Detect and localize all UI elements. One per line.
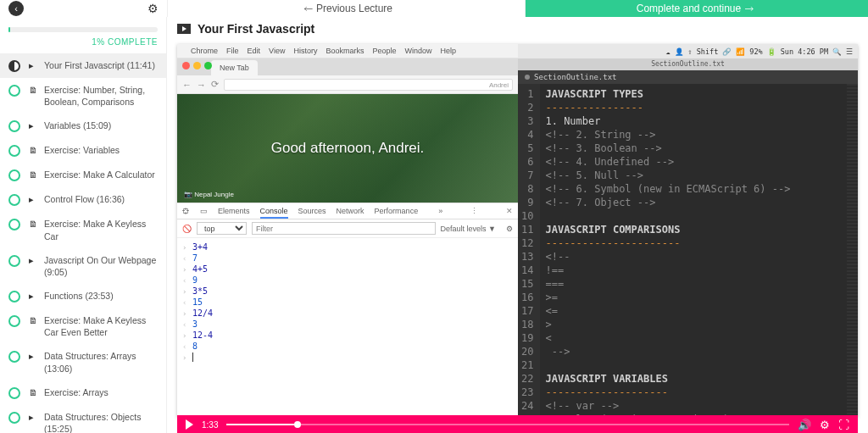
code-line: 1. Number [545,114,790,128]
minimize-window-icon[interactable] [193,62,201,69]
dirty-dot-icon [525,75,530,80]
sidebar-item-12[interactable]: ▸Data Structures: Objects (15:25) [0,405,166,433]
lesson-status-icon [8,315,20,327]
sidebar-item-0[interactable]: ▸Your First Javascript (11:41) [0,53,166,78]
volume-icon[interactable]: 🔊 [798,419,811,431]
sidebar-item-3[interactable]: 🗎Exercise: Variables [0,138,166,163]
next-label: Complete and continue [637,3,741,14]
console-output[interactable]: 3+474+593*51512/4312-48 [177,238,518,417]
devtools-tab-performance[interactable]: Performance [375,207,419,215]
document-icon: 🗎 [29,218,39,230]
lesson-label: Control Flow (16:36) [44,193,158,205]
code-line: > [545,318,790,331]
sidebar-item-7[interactable]: ▸Javascript On Our Webpage (9:05) [0,248,166,284]
devtools-menu-icon[interactable]: ⋮ [470,207,478,215]
address-bar[interactable]: Andrei [224,79,513,91]
console-line: 3*5 [177,286,518,297]
window-controls[interactable] [182,62,212,69]
lesson-label: Exercise: Make A Calculator [44,169,158,180]
console-line: 4+5 [177,264,518,275]
complete-continue-button[interactable]: Complete and continue 🡒 [526,0,868,17]
fullscreen-icon[interactable]: ⛶ [838,419,849,431]
scrubber-knob[interactable] [294,421,301,428]
battery-text: 92% [749,47,762,56]
lesson-label: Exercise: Make A Keyless Car Even Better [44,314,158,338]
code-content[interactable]: JAVASCRIPT TYPES----------------1. Numbe… [540,84,795,417]
mac-menu-chrome[interactable]: Chrome [191,47,218,55]
devtools-close-icon[interactable]: ✕ [506,207,513,215]
menu-icon[interactable]: ☰ [846,47,853,56]
console-context-select[interactable]: top [197,222,247,235]
mac-menu-bookmarks[interactable]: Bookmarks [326,47,364,55]
lesson-label: Exercise: Arrays [44,386,158,398]
console-settings-icon[interactable]: ⚙ [506,225,513,233]
sidebar-item-5[interactable]: ▸Control Flow (16:36) [0,187,166,212]
progress-bar [8,27,158,32]
browser-tab[interactable]: New Tab [211,60,258,75]
code-line: JAVASCRIPT COMPARISONS [545,223,790,236]
nav-forward-icon[interactable]: → [197,80,206,90]
lesson-status-icon [8,219,20,230]
sidebar-item-4[interactable]: 🗎Exercise: Make A Calculator [0,163,166,187]
video-player-bar: 1:33 🔊 ⚙ ⛶ [177,415,858,433]
sidebar-item-8[interactable]: ▸Functions (23:53) [0,284,166,308]
lesson-status-icon [8,120,20,132]
link-icon: 🔗 [722,47,732,56]
mac-menu-file[interactable]: File [226,47,239,55]
line-gutter: 1234567891011121314151617181920212223242… [518,84,540,417]
chevron-out-icon [182,342,192,351]
sidebar-item-6[interactable]: 🗎Exercise: Make A Keyless Car [0,212,166,247]
mac-menu-view[interactable]: View [269,47,285,55]
mac-menu-edit[interactable]: Edit [248,47,261,55]
code-line: <!-- 6. Symbol (new in ECMAScript 6) --> [545,182,790,196]
chevron-out-icon [182,254,192,263]
console-clear-icon[interactable]: 🚫 [182,225,192,233]
play-button[interactable] [186,419,193,430]
sidebar-item-2[interactable]: ▸Variables (15:09) [0,114,166,138]
devtools-tab-console[interactable]: Console [260,207,288,219]
lesson-label: Variables (15:09) [44,119,158,131]
device-icon[interactable]: ▭ [200,207,208,215]
video-frame: ChromeFileEditViewHistoryBookmarksPeople… [177,44,858,417]
lesson-status-icon [8,387,20,399]
console-prompt[interactable] [177,352,518,363]
nav-back-icon[interactable]: ← [182,80,192,90]
inspect-icon[interactable]: ⯐ [182,207,190,215]
player-settings-icon[interactable]: ⚙ [820,419,830,431]
sidebar-item-11[interactable]: 🗎Exercise: Arrays [0,380,166,405]
code-line: <!-- 4. Undefined --> [545,155,790,169]
devtools-tab-network[interactable]: Network [337,207,364,215]
mac-menu-window[interactable]: Window [404,47,431,55]
sidebar-item-9[interactable]: 🗎Exercise: Make A Keyless Car Even Bette… [0,308,166,344]
scrubber[interactable] [226,424,789,425]
lesson-sidebar[interactable]: 1% COMPLETE ▸Your First Javascript (11:4… [0,17,167,433]
devtools-tab-sources[interactable]: Sources [298,207,326,215]
mac-menu-help[interactable]: Help [440,47,456,55]
nav-reload-icon[interactable]: ⟳ [211,79,219,90]
play-icon: ▸ [29,59,39,71]
minimap[interactable] [847,84,858,417]
back-button[interactable]: ‹ [8,1,24,16]
code-line: <!-- 3. Boolean --> [545,142,790,155]
play-icon: ▸ [29,254,39,266]
document-icon: 🗎 [29,144,39,156]
search-icon[interactable]: 🔍 [832,47,842,56]
editor-file-tab[interactable]: SectionOutline.txt [518,70,858,84]
lesson-status-icon [8,169,20,181]
close-window-icon[interactable] [182,62,190,69]
settings-gear-icon[interactable]: ⚙ [147,2,159,15]
battery-icon: 🔋 [767,47,776,56]
previous-lecture-button[interactable]: 🡐 Previous Lecture [167,0,526,17]
playback-time: 1:33 [202,420,218,430]
more-tabs-icon[interactable]: » [438,207,442,215]
sidebar-item-10[interactable]: ▸Data Structures: Arrays (13:06) [0,344,166,380]
mac-menu-people[interactable]: People [372,47,396,55]
prev-label: Previous Lecture [316,3,392,14]
maximize-window-icon[interactable] [204,62,212,69]
console-filter-input[interactable] [252,222,436,235]
chevron-out-icon [182,320,192,329]
console-levels[interactable]: Default levels ▼ [441,225,496,233]
sidebar-item-1[interactable]: 🗎Exercise: Number, String, Boolean, Comp… [0,78,166,114]
mac-menu-history[interactable]: History [293,47,317,55]
devtools-tab-elements[interactable]: Elements [218,207,250,215]
